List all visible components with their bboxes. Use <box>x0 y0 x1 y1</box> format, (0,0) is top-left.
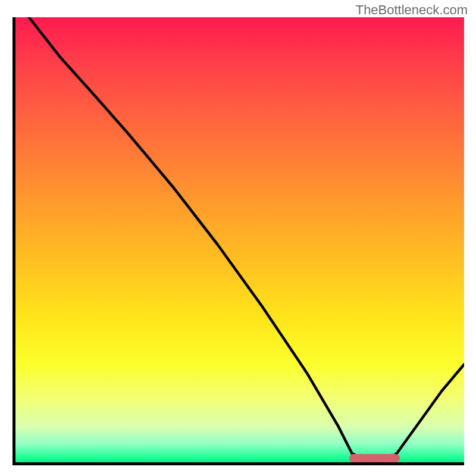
bottleneck-curve <box>15 17 464 462</box>
optimal-range-marker <box>349 454 400 462</box>
chart-container: TheBottleneck.com <box>0 0 476 476</box>
attribution-text: TheBottleneck.com <box>356 2 468 18</box>
plot-area <box>12 17 464 465</box>
